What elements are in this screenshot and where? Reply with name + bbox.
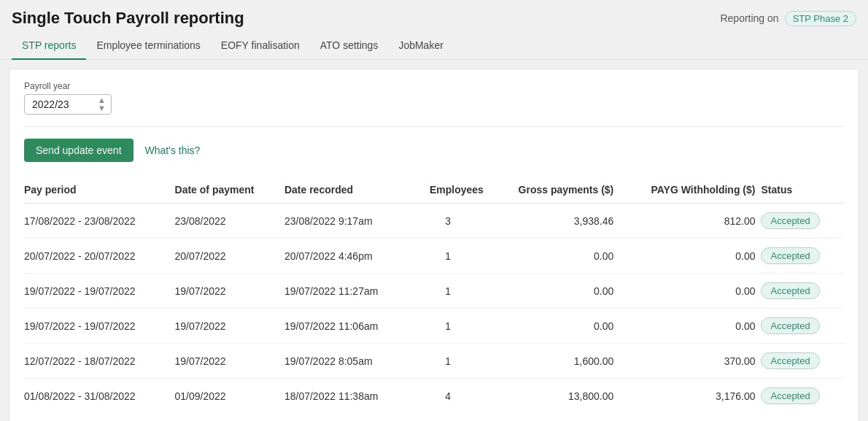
- table-cell: 19/07/2022: [175, 274, 284, 309]
- send-update-button[interactable]: Send update event: [24, 139, 133, 162]
- table-cell: 370.00: [619, 344, 761, 379]
- table-cell: 19/07/2022: [175, 309, 284, 344]
- table-cell: 20/07/2022 4:46pm: [284, 239, 413, 274]
- table-cell: 0.00: [619, 309, 761, 344]
- payroll-year-select-wrapper: 2022/232021/222020/21 ▲▼: [24, 94, 112, 115]
- table-cell: 20/07/2022: [175, 239, 284, 274]
- status-badge: Accepted: [761, 282, 819, 299]
- table-header-row: Pay periodDate of paymentDate recordedEm…: [24, 177, 844, 204]
- table-row: 12/07/2022 - 18/07/202219/07/202219/07/2…: [24, 344, 844, 379]
- table-cell: 812.00: [619, 204, 761, 239]
- page-header: Single Touch Payroll reporting Reporting…: [0, 0, 868, 28]
- tab-jobmaker[interactable]: JobMaker: [388, 34, 453, 60]
- table-cell: 17/08/2022 - 23/08/2022: [24, 204, 175, 239]
- table-cell: 1,600.00: [489, 344, 619, 379]
- table-cell: 18/07/2022 11:38am: [284, 379, 413, 414]
- tab-stp-reports[interactable]: STP reports: [12, 34, 86, 60]
- table-cell: 20/07/2022 - 20/07/2022: [24, 239, 175, 274]
- table-cell: 3,176.00: [619, 379, 761, 414]
- table-cell: 19/07/2022: [175, 344, 284, 379]
- table-cell: 4: [412, 379, 489, 414]
- table-cell: Accepted: [761, 344, 844, 379]
- table-cell: 1: [412, 344, 489, 379]
- tab-eofy-finalisation[interactable]: EOFY finalisation: [211, 34, 310, 60]
- table-row: 17/08/2022 - 23/08/202223/08/202223/08/2…: [24, 204, 844, 239]
- table-cell: Accepted: [761, 379, 844, 414]
- page-wrapper: Single Touch Payroll reporting Reporting…: [0, 0, 868, 421]
- table-cell: 0.00: [619, 239, 761, 274]
- table-row: 19/07/2022 - 19/07/202219/07/202219/07/2…: [24, 309, 844, 344]
- col-gross-payments----: Gross payments ($): [489, 177, 619, 204]
- table-cell: 23/08/2022: [175, 204, 284, 239]
- table-wrapper: Pay periodDate of paymentDate recordedEm…: [24, 177, 844, 413]
- table-cell: 19/07/2022 11:27am: [284, 274, 413, 309]
- col-payg-withholding----: PAYG Withholding ($): [619, 177, 761, 204]
- status-badge: Accepted: [761, 247, 819, 264]
- col-pay-period: Pay period: [24, 177, 175, 204]
- table-cell: 23/08/2022 9:17am: [284, 204, 413, 239]
- col-date-of-payment: Date of payment: [175, 177, 284, 204]
- table-cell: 0.00: [489, 274, 619, 309]
- status-badge: Accepted: [761, 387, 819, 404]
- status-badge: Accepted: [761, 212, 819, 229]
- payroll-year-section: Payroll year 2022/232021/222020/21 ▲▼: [24, 81, 844, 115]
- table-cell: 1: [412, 309, 489, 344]
- main-content: Payroll year 2022/232021/222020/21 ▲▼ Se…: [9, 69, 859, 421]
- table-cell: 01/09/2022: [175, 379, 284, 414]
- actions-row: Send update event What's this?: [24, 139, 844, 162]
- table-cell: 3: [412, 204, 489, 239]
- table-cell: 19/07/2022 11:06am: [284, 309, 413, 344]
- tab-ato-settings[interactable]: ATO settings: [310, 34, 389, 60]
- table-cell: Accepted: [761, 239, 844, 274]
- table-cell: 1: [412, 239, 489, 274]
- stp-reports-table: Pay periodDate of paymentDate recordedEm…: [24, 177, 844, 413]
- table-body: 17/08/2022 - 23/08/202223/08/202223/08/2…: [24, 204, 844, 414]
- table-cell: Accepted: [761, 309, 844, 344]
- col-date-recorded: Date recorded: [284, 177, 413, 204]
- table-cell: 19/07/2022 - 19/07/2022: [24, 274, 175, 309]
- table-cell: 0.00: [489, 239, 619, 274]
- status-badge: Accepted: [761, 352, 819, 369]
- table-cell: 19/07/2022 - 19/07/2022: [24, 309, 175, 344]
- table-cell: 0.00: [619, 274, 761, 309]
- table-cell: 3,938.46: [489, 204, 619, 239]
- reporting-on-label: Reporting on: [720, 12, 778, 24]
- table-header: Pay periodDate of paymentDate recordedEm…: [24, 177, 844, 204]
- col-status: Status: [761, 177, 844, 204]
- table-row: 01/08/2022 - 31/08/202201/09/202218/07/2…: [24, 379, 844, 414]
- page-title: Single Touch Payroll reporting: [12, 9, 244, 28]
- reporting-on-section: Reporting on STP Phase 2: [720, 11, 856, 26]
- tab-employee-terminations[interactable]: Employee terminations: [86, 34, 210, 60]
- whats-this-link[interactable]: What's this?: [145, 144, 201, 156]
- table-cell: 01/08/2022 - 31/08/2022: [24, 379, 175, 414]
- payroll-year-label: Payroll year: [24, 81, 844, 91]
- table-row: 20/07/2022 - 20/07/202220/07/202220/07/2…: [24, 239, 844, 274]
- table-cell: 0.00: [489, 309, 619, 344]
- table-cell: 1: [412, 274, 489, 309]
- col-employees: Employees: [412, 177, 489, 204]
- table-cell: 19/07/2022 8:05am: [284, 344, 413, 379]
- table-cell: 12/07/2022 - 18/07/2022: [24, 344, 175, 379]
- stp-phase-badge: STP Phase 2: [785, 11, 856, 26]
- table-row: 19/07/2022 - 19/07/202219/07/202219/07/2…: [24, 274, 844, 309]
- table-cell: 13,800.00: [489, 379, 619, 414]
- table-cell: Accepted: [761, 204, 844, 239]
- tabs-bar: STP reportsEmployee terminationsEOFY fin…: [0, 34, 868, 60]
- section-divider: [24, 126, 844, 127]
- status-badge: Accepted: [761, 317, 819, 334]
- payroll-year-select[interactable]: 2022/232021/222020/21: [24, 94, 112, 115]
- table-cell: Accepted: [761, 274, 844, 309]
